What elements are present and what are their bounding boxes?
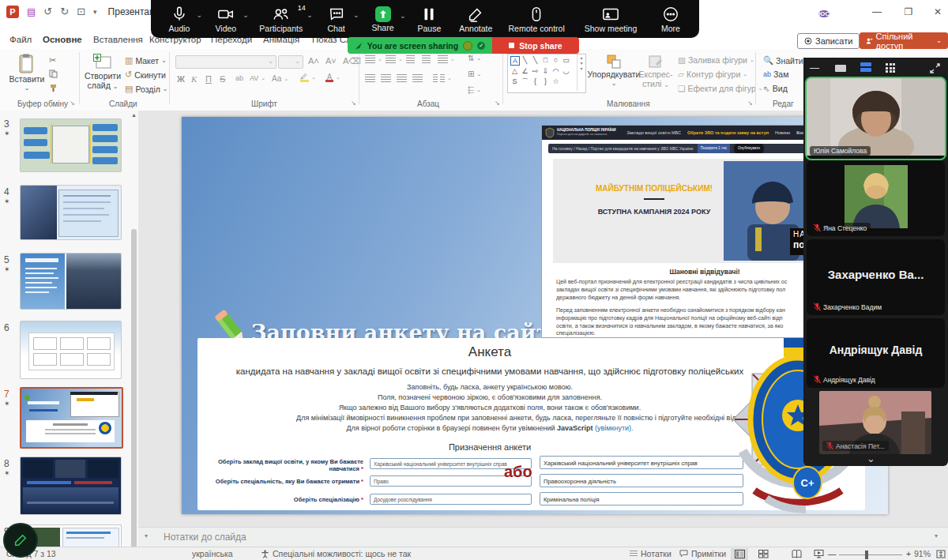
columns-button[interactable]: ⌄	[433, 74, 452, 82]
bullets-button[interactable]: ⌄	[365, 55, 382, 63]
view-speaker-button[interactable]	[835, 62, 846, 73]
paste-button[interactable]: Вставити ⌄	[9, 54, 44, 93]
view-slideshow-button[interactable]	[810, 548, 827, 560]
video-tile-yulia[interactable]: Юлія Самойлова	[805, 77, 946, 160]
convert-smartart-button[interactable]: ⬱ ⌄	[468, 85, 481, 95]
shape-fill-button[interactable]: ▨Заливка фігури⌄	[678, 55, 754, 65]
slideshow-from-start-icon[interactable]: ⊡	[77, 5, 85, 19]
notes-bar[interactable]: ▾ Нотатки до слайда ▾	[138, 527, 948, 547]
grow-font-button[interactable]: A˄	[308, 56, 319, 66]
notes-placeholder[interactable]: Нотатки до слайда	[164, 532, 246, 543]
cut-button[interactable]: ✂	[49, 55, 56, 66]
video-tile-zakharchenko[interactable]: Захарченко Ва... Захарченко Вадим	[807, 239, 945, 315]
pause-button[interactable]: Pause	[412, 6, 446, 33]
customize-qat-icon[interactable]: ▾	[93, 5, 97, 19]
align-text-button[interactable]: ⊞ ⌄	[468, 70, 481, 78]
zoom-out-button[interactable]: —	[828, 549, 837, 558]
layout-button[interactable]: ▥Макет⌄	[125, 55, 167, 66]
tab-insert[interactable]: Вставлення	[88, 32, 148, 49]
participants-button[interactable]: 14 ⌄ Participants	[255, 6, 307, 33]
text-direction-button[interactable]: ⇅ ⌄	[468, 54, 481, 62]
video-tile-anastasiia[interactable]: Анастасія Пет...	[819, 391, 931, 454]
view-normal-button[interactable]	[731, 548, 748, 560]
video-tile-yana[interactable]: Яна Стеценко	[807, 160, 945, 236]
participants-chevron-icon[interactable]: ⌄	[307, 11, 313, 19]
slide-thumbnail-3[interactable]	[20, 118, 122, 172]
shape-outline-button[interactable]: ▱Контур фігури⌄	[678, 70, 747, 79]
reset-button[interactable]: ↺Скинути	[125, 70, 166, 80]
fit-to-window-button[interactable]	[932, 548, 948, 560]
character-spacing-button[interactable]: AV⌄	[250, 74, 265, 82]
panel-chevron-down-icon[interactable]: ⌄	[867, 453, 875, 464]
video-button[interactable]: ⌄ Video	[209, 6, 243, 33]
annotate-button[interactable]: Annotate	[458, 6, 493, 33]
thumbnails-scrollbar[interactable]	[131, 229, 137, 547]
slide-thumbnail-8[interactable]	[20, 457, 122, 515]
share-chevron-icon[interactable]: ⌄	[400, 12, 406, 20]
zoom-slider-track[interactable]	[839, 554, 902, 555]
strikethrough-button[interactable]: S	[220, 74, 225, 84]
chat-chevron-icon[interactable]: ⌄	[353, 11, 359, 19]
replace-button[interactable]: abЗам	[763, 70, 788, 79]
change-case-button[interactable]: Aa⌄	[272, 74, 288, 83]
slide-canvas[interactable]: Заповни анкету на сайті https://osvita.n…	[182, 117, 888, 514]
shape-effects-button[interactable]: ❏Ефекти для фігур⌄	[678, 84, 763, 93]
text-shadow-button[interactable]: ab	[235, 74, 243, 82]
video-chevron-icon[interactable]: ⌄	[243, 11, 249, 19]
slide-thumbnail-5[interactable]	[20, 253, 122, 310]
show-meeting-button[interactable]: Show meeting	[580, 6, 641, 33]
remote-control-button[interactable]: Remote control	[505, 6, 568, 33]
audio-chevron-icon[interactable]: ⌄	[196, 11, 202, 19]
redo-icon[interactable]: ↻	[60, 5, 69, 19]
slide-thumbnail-7-selected[interactable]	[20, 387, 123, 449]
view-gallery-button[interactable]	[860, 62, 871, 73]
notes-collapse-icon[interactable]: ▾	[145, 532, 148, 539]
shapes-gallery[interactable]: A ╲╲□○▭ △∠⇨⇩◠◡ S⌒{}☆ ▴▾▾	[507, 54, 586, 93]
restore-button[interactable]: ❐	[897, 3, 920, 21]
language-indicator[interactable]: українська	[192, 549, 233, 558]
copy-button[interactable]	[49, 70, 58, 78]
slide-thumbnail-4[interactable]	[20, 185, 122, 240]
font-size-combobox[interactable]: ⌄	[278, 55, 303, 69]
line-spacing-button[interactable]: ⌄	[438, 55, 455, 63]
align-left-button[interactable]	[365, 74, 375, 82]
shapes-scroll[interactable]: ▴▾▾	[577, 54, 585, 91]
panel-minimize-button[interactable]: —	[810, 62, 819, 73]
save-icon[interactable]: ▤	[27, 5, 36, 19]
accessibility-status[interactable]: Спеціальні можливості: щось не так	[261, 549, 411, 558]
decrease-indent-button[interactable]	[406, 55, 415, 63]
close-button[interactable]: ✕	[926, 3, 948, 21]
increase-indent-button[interactable]	[422, 55, 431, 63]
new-slide-button[interactable]: Створити слайд ⌄	[84, 54, 122, 92]
ppt-share-button[interactable]: Спільний доступ ⌄	[860, 32, 948, 49]
align-center-button[interactable]	[381, 74, 391, 82]
find-button[interactable]: 🔍Знайти	[763, 55, 803, 66]
format-painter-button[interactable]	[49, 84, 58, 92]
slide-thumbnail-6[interactable]	[20, 321, 122, 379]
panel-expand-icon[interactable]	[930, 62, 940, 73]
zoom-percentage[interactable]: 91%	[914, 549, 931, 558]
underline-button[interactable]: П	[205, 74, 212, 84]
view-reading-button[interactable]	[788, 548, 805, 560]
arrange-button[interactable]: Упорядкувати ⌄	[589, 54, 638, 88]
numbering-button[interactable]: ⌄	[386, 55, 403, 63]
justify-button[interactable]	[412, 74, 423, 82]
comments-toggle-button[interactable]: Примітки	[679, 549, 726, 558]
stop-share-button[interactable]: Stop share	[492, 37, 579, 54]
notes-resize-icon[interactable]: ▾	[935, 532, 938, 539]
tab-file[interactable]: Файл	[5, 32, 36, 49]
paragraph-dialog-launcher-icon[interactable]: ↘	[495, 100, 500, 107]
minimize-button[interactable]: —	[865, 3, 889, 21]
video-tile-andriiashchuk[interactable]: Андріящук Давід Андріящук Давід	[807, 318, 945, 388]
zoom-slider-thumb[interactable]	[865, 551, 868, 559]
font-color-button[interactable]: A⌄	[325, 73, 340, 82]
view-slide-sorter-button[interactable]	[754, 548, 772, 560]
share-button[interactable]: ⌄ Share	[366, 6, 401, 32]
drawing-dialog-launcher-icon[interactable]: ↘	[747, 100, 753, 107]
more-button[interactable]: More	[653, 6, 688, 33]
quick-styles-button[interactable]: Експрес- стилі ⌄	[638, 54, 673, 90]
clipboard-dialog-launcher-icon[interactable]: ↘	[70, 100, 75, 107]
font-name-combobox[interactable]: ⌄	[175, 55, 276, 69]
chat-button[interactable]: ⌄ Chat	[319, 6, 354, 33]
highlight-color-button[interactable]: 🖉⌄	[300, 73, 316, 82]
